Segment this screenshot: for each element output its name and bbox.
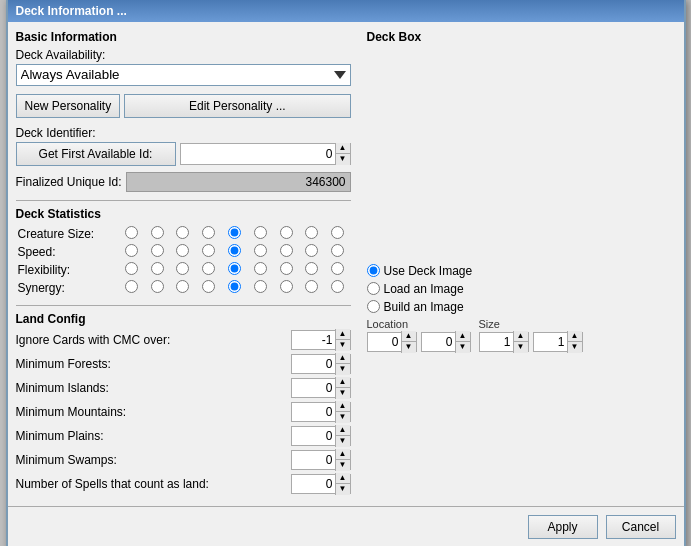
stat-radio-1[interactable] xyxy=(125,226,138,239)
stat-radio-9[interactable] xyxy=(331,244,344,257)
stat-radio-2[interactable] xyxy=(151,244,164,257)
availability-label: Deck Availability: xyxy=(16,48,351,62)
apply-button[interactable]: Apply xyxy=(528,515,598,539)
land-field-input[interactable] xyxy=(292,453,335,467)
land-field-up[interactable]: ▲ xyxy=(336,473,350,485)
stat-radio-4[interactable] xyxy=(202,244,215,257)
stat-radio-4[interactable] xyxy=(202,280,215,293)
stat-radio-2[interactable] xyxy=(151,262,164,275)
image-option-radio-1[interactable] xyxy=(367,282,380,295)
id-up-button[interactable]: ▲ xyxy=(336,143,350,155)
size-w-down[interactable]: ▼ xyxy=(514,342,528,353)
right-panel: Deck Box Use Deck ImageLoad an ImageBuil… xyxy=(359,30,676,498)
image-option-label: Build an Image xyxy=(384,300,464,314)
land-field-up[interactable]: ▲ xyxy=(336,377,350,389)
stat-radio-8[interactable] xyxy=(305,262,318,275)
cancel-button[interactable]: Cancel xyxy=(606,515,676,539)
loc-x-down[interactable]: ▼ xyxy=(402,342,416,353)
land-field-spinner: ▲▼ xyxy=(291,474,351,494)
stat-radio-7[interactable] xyxy=(280,244,293,257)
id-input[interactable]: 0 xyxy=(181,147,335,161)
stat-radio-7[interactable] xyxy=(280,226,293,239)
stat-radio-3[interactable] xyxy=(176,262,189,275)
divider-1 xyxy=(16,200,351,201)
location-group: Location ▲ ▼ ▲ xyxy=(367,318,471,352)
stat-radio-6[interactable] xyxy=(254,244,267,257)
size-w-up[interactable]: ▲ xyxy=(514,331,528,343)
image-option: Load an Image xyxy=(367,282,676,296)
image-option-radio-0[interactable] xyxy=(367,264,380,277)
size-w-input[interactable] xyxy=(480,335,513,349)
stat-radio-3[interactable] xyxy=(176,280,189,293)
stat-radio-4[interactable] xyxy=(202,226,215,239)
finalized-label: Finalized Unique Id: xyxy=(16,175,122,189)
stat-radio-8[interactable] xyxy=(305,244,318,257)
stat-radio-1[interactable] xyxy=(125,262,138,275)
land-field-up[interactable]: ▲ xyxy=(336,353,350,365)
loc-y-input[interactable] xyxy=(422,335,455,349)
stat-radio-5[interactable] xyxy=(228,226,241,239)
loc-y-spinner: ▲ ▼ xyxy=(421,332,471,352)
stat-radio-1[interactable] xyxy=(125,244,138,257)
land-field-up[interactable]: ▲ xyxy=(336,401,350,413)
edit-personality-button[interactable]: Edit Personality ... xyxy=(124,94,350,118)
stat-radio-9[interactable] xyxy=(331,280,344,293)
land-field-down[interactable]: ▼ xyxy=(336,364,350,375)
land-field-down[interactable]: ▼ xyxy=(336,388,350,399)
stat-radio-6[interactable] xyxy=(254,262,267,275)
stat-radio-5[interactable] xyxy=(228,244,241,257)
stat-row: Synergy: xyxy=(16,279,351,297)
stat-radio-3[interactable] xyxy=(176,226,189,239)
stat-radio-6[interactable] xyxy=(254,280,267,293)
land-field-down[interactable]: ▼ xyxy=(336,484,350,495)
land-field-label: Number of Spells that count as land: xyxy=(16,477,291,491)
stat-label: Creature Size: xyxy=(16,225,119,243)
land-field-spinner: ▲▼ xyxy=(291,426,351,446)
loc-x-up[interactable]: ▲ xyxy=(402,331,416,343)
new-personality-button[interactable]: New Personality xyxy=(16,94,121,118)
availability-select[interactable]: Always Available First Available Custom xyxy=(16,64,351,86)
loc-y-up[interactable]: ▲ xyxy=(456,331,470,343)
id-down-button[interactable]: ▼ xyxy=(336,154,350,165)
stat-radio-5[interactable] xyxy=(228,262,241,275)
image-option-radio-2[interactable] xyxy=(367,300,380,313)
get-id-button[interactable]: Get First Available Id: xyxy=(16,142,176,166)
stat-radio-2[interactable] xyxy=(151,226,164,239)
stat-radio-8[interactable] xyxy=(305,280,318,293)
stat-radio-3[interactable] xyxy=(176,244,189,257)
land-field-down[interactable]: ▼ xyxy=(336,412,350,423)
land-field-input[interactable] xyxy=(292,429,335,443)
stat-radio-2[interactable] xyxy=(151,280,164,293)
land-field-input[interactable] xyxy=(292,357,335,371)
stat-radio-9[interactable] xyxy=(331,262,344,275)
land-field-label: Ignore Cards with CMC over: xyxy=(16,333,291,347)
stat-radio-6[interactable] xyxy=(254,226,267,239)
stat-radio-1[interactable] xyxy=(125,280,138,293)
land-field-up[interactable]: ▲ xyxy=(336,329,350,341)
land-field-input[interactable] xyxy=(292,333,335,347)
land-field-down[interactable]: ▼ xyxy=(336,460,350,471)
deck-box-label: Deck Box xyxy=(367,30,676,44)
size-h-down[interactable]: ▼ xyxy=(568,342,582,353)
image-options: Use Deck ImageLoad an ImageBuild an Imag… xyxy=(367,264,676,314)
stat-radio-4[interactable] xyxy=(202,262,215,275)
stat-row: Speed: xyxy=(16,243,351,261)
size-h-up[interactable]: ▲ xyxy=(568,331,582,343)
stat-radio-7[interactable] xyxy=(280,280,293,293)
land-field-up[interactable]: ▲ xyxy=(336,449,350,461)
land-field-input[interactable] xyxy=(292,405,335,419)
stat-radio-5[interactable] xyxy=(228,280,241,293)
loc-x-input[interactable] xyxy=(368,335,401,349)
stat-radio-7[interactable] xyxy=(280,262,293,275)
stat-radio-9[interactable] xyxy=(331,226,344,239)
land-field-input[interactable] xyxy=(292,477,335,491)
loc-y-down[interactable]: ▼ xyxy=(456,342,470,353)
land-field-up[interactable]: ▲ xyxy=(336,425,350,437)
size-h-input[interactable] xyxy=(534,335,567,349)
land-field-down[interactable]: ▼ xyxy=(336,436,350,447)
land-field-row: Ignore Cards with CMC over:▲▼ xyxy=(16,330,351,350)
land-field-input[interactable] xyxy=(292,381,335,395)
land-field-down[interactable]: ▼ xyxy=(336,340,350,351)
land-field-row: Minimum Forests:▲▼ xyxy=(16,354,351,374)
stat-radio-8[interactable] xyxy=(305,226,318,239)
